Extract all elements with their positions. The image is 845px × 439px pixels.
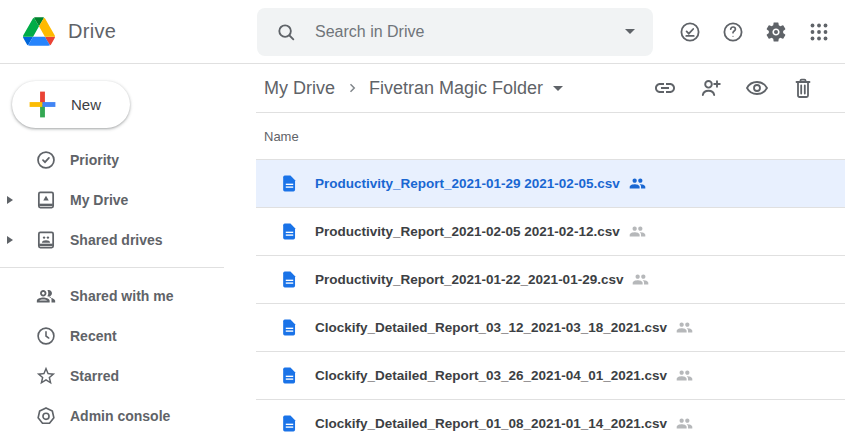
csv-file-icon <box>280 318 299 337</box>
breadcrumb-my-drive[interactable]: My Drive <box>264 78 335 99</box>
top-app-bar: Drive <box>0 0 845 64</box>
search-bar[interactable] <box>257 8 653 56</box>
file-browser: My Drive Fivetran Magic Folder <box>256 64 845 439</box>
shared-people-icon <box>676 319 693 336</box>
admin-console-icon <box>35 405 57 427</box>
shared-people-icon <box>632 271 649 288</box>
sidebar-item-starred[interactable]: Starred <box>0 356 256 396</box>
trash-icon[interactable] <box>791 76 815 100</box>
sidebar: New Priority <box>0 64 256 439</box>
help-icon[interactable] <box>721 20 745 44</box>
new-button-label: New <box>71 96 101 113</box>
sidebar-item-label: Admin console <box>70 408 170 424</box>
google-apps-grid-icon[interactable] <box>807 20 831 44</box>
shared-people-icon <box>629 175 646 192</box>
folder-toolbar <box>653 76 845 100</box>
sidebar-item-label: Recent <box>70 328 117 344</box>
breadcrumb: My Drive Fivetran Magic Folder <box>256 64 845 113</box>
sidebar-divider <box>0 267 224 268</box>
chevron-right-icon <box>343 79 361 97</box>
csv-file-icon <box>280 270 299 289</box>
folder-menu-caret-icon[interactable] <box>553 86 563 91</box>
preview-eye-icon[interactable] <box>745 76 769 100</box>
shared-people-icon <box>676 415 693 432</box>
file-row[interactable]: Clockify_Detailed_Report_01_08_2021-01_1… <box>256 400 845 439</box>
file-name: Productivity_Report_2021-01-22_2021-01-2… <box>315 272 623 287</box>
csv-file-icon <box>280 366 299 385</box>
sidebar-item-label: My Drive <box>70 192 128 208</box>
column-header-name[interactable]: Name <box>256 113 845 160</box>
header-icon-group <box>678 20 845 44</box>
sidebar-item-recent[interactable]: Recent <box>0 316 256 356</box>
offline-status-icon[interactable] <box>678 20 702 44</box>
file-name: Clockify_Detailed_Report_03_12_2021-03_1… <box>315 320 667 335</box>
settings-gear-icon[interactable] <box>764 20 788 44</box>
search-icon <box>275 21 297 43</box>
sidebar-item-admin-console[interactable]: Admin console <box>0 396 256 436</box>
app-title: Drive <box>68 20 116 43</box>
file-name: Productivity_Report_2021-02-05 2021-02-1… <box>315 224 620 239</box>
sidebar-nav: Priority My Drive <box>0 140 256 436</box>
file-name: Clockify_Detailed_Report_03_26_2021-04_0… <box>315 368 667 383</box>
file-name: Clockify_Detailed_Report_01_08_2021-01_1… <box>315 416 667 431</box>
shared-drives-icon <box>35 229 57 251</box>
drive-logo-icon <box>23 17 55 46</box>
search-options-caret-icon[interactable] <box>625 29 635 34</box>
drive-logo-home[interactable]: Drive <box>0 17 257 46</box>
file-list: Productivity_Report_2021-01-29 2021-02-0… <box>256 160 845 439</box>
csv-file-icon <box>280 174 299 193</box>
clock-icon <box>35 325 57 347</box>
file-name: Productivity_Report_2021-01-29 2021-02-0… <box>315 176 620 191</box>
sidebar-item-priority[interactable]: Priority <box>0 140 256 180</box>
file-row[interactable]: Clockify_Detailed_Report_03_12_2021-03_1… <box>256 304 845 352</box>
new-button[interactable]: New <box>12 81 130 128</box>
shared-people-icon <box>676 367 693 384</box>
sidebar-item-label: Shared with me <box>70 288 173 304</box>
add-person-icon[interactable] <box>699 76 723 100</box>
sidebar-item-my-drive[interactable]: My Drive <box>0 180 256 220</box>
sidebar-item-shared-with-me[interactable]: Shared with me <box>0 276 256 316</box>
multicolor-plus-icon <box>28 90 57 119</box>
file-row[interactable]: Productivity_Report_2021-02-05 2021-02-1… <box>256 208 845 256</box>
people-outline-icon <box>35 285 57 307</box>
expand-arrow-icon[interactable] <box>7 196 13 204</box>
search-input[interactable] <box>315 23 615 41</box>
get-link-icon[interactable] <box>653 76 677 100</box>
csv-file-icon <box>280 222 299 241</box>
file-row[interactable]: Productivity_Report_2021-01-29 2021-02-0… <box>256 160 845 208</box>
breadcrumb-current-folder[interactable]: Fivetran Magic Folder <box>369 78 543 99</box>
expand-arrow-icon[interactable] <box>7 236 13 244</box>
file-row[interactable]: Productivity_Report_2021-01-22_2021-01-2… <box>256 256 845 304</box>
sidebar-item-label: Shared drives <box>70 232 163 248</box>
my-drive-icon <box>35 189 57 211</box>
circle-check-icon <box>35 149 57 171</box>
sidebar-item-label: Starred <box>70 368 119 384</box>
sidebar-item-shared-drives[interactable]: Shared drives <box>0 220 256 260</box>
file-row[interactable]: Clockify_Detailed_Report_03_26_2021-04_0… <box>256 352 845 400</box>
csv-file-icon <box>280 414 299 433</box>
shared-people-icon <box>629 223 646 240</box>
sidebar-item-label: Priority <box>70 152 119 168</box>
star-icon <box>35 365 57 387</box>
